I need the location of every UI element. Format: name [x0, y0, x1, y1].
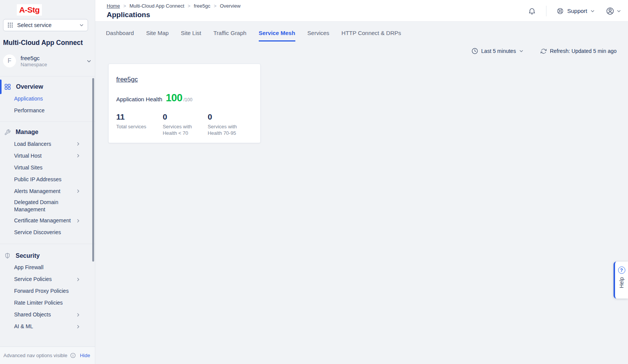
- chevron-right-icon: [76, 142, 80, 146]
- tab-site-map[interactable]: Site Map: [146, 30, 168, 42]
- wrench-icon: [4, 129, 11, 136]
- sidebar-nav: Overview Applications Performance Manage…: [0, 76, 95, 338]
- sidebar-item-shared-objects[interactable]: Shared Objects: [0, 309, 95, 321]
- sidebar-item-public-ip-addresses[interactable]: Public IP Addresses: [0, 174, 95, 185]
- sidebar-item-virtual-sites[interactable]: Virtual Sites: [0, 162, 95, 173]
- header-actions: Support: [528, 0, 621, 22]
- refresh-icon: [540, 48, 547, 54]
- advanced-nav-label: Advanced nav options visible: [3, 353, 67, 358]
- brand-logo[interactable]: A-Stg: [17, 4, 42, 16]
- nav-heading-security[interactable]: Security: [0, 250, 95, 262]
- apps-grid-icon: [7, 22, 13, 28]
- nav-section-overview: Overview Applications Performance: [0, 77, 95, 121]
- chevron-down-icon: [519, 49, 524, 53]
- nav-heading-manage[interactable]: Manage: [0, 126, 95, 138]
- nav-section-security: Security App Firewall Service Policies F…: [0, 244, 95, 338]
- user-account-menu[interactable]: [606, 6, 621, 16]
- breadcrumb-home[interactable]: Home: [107, 3, 120, 9]
- service-selector-dropdown[interactable]: Select service: [3, 19, 88, 31]
- support-menu[interactable]: Support: [556, 7, 595, 15]
- help-panel-tab[interactable]: ? Help: [614, 262, 628, 299]
- sidebar-item-rate-limiter-policies[interactable]: Rate Limiter Policies: [0, 297, 95, 309]
- breadcrumb-free5gc[interactable]: free5gc: [194, 3, 210, 9]
- service-selector-label: Select service: [17, 22, 75, 28]
- support-label: Support: [567, 8, 587, 14]
- shield-icon: [4, 252, 11, 259]
- chevron-right-icon: [76, 313, 80, 317]
- namespace-name: free5gc: [21, 55, 82, 62]
- tab-dashboard[interactable]: Dashboard: [106, 30, 134, 42]
- chevron-right-icon: [76, 277, 80, 282]
- application-health-label: Application Health: [116, 96, 162, 102]
- help-question-icon: ?: [618, 267, 625, 274]
- nav-heading-label: Overview: [16, 83, 43, 90]
- sidebar-footer: Advanced nav options visible Hide: [0, 346, 95, 364]
- sidebar: A-Stg Select service Multi-Cloud App Con…: [0, 0, 95, 364]
- grid-icon: [4, 83, 11, 90]
- refresh-button[interactable]: Refresh: Updated 5 min ago: [540, 48, 617, 54]
- refresh-status-label: Refresh: Updated 5 min ago: [550, 48, 617, 54]
- namespace-avatar: F: [3, 54, 16, 67]
- brand-logo-text: A-Stg: [19, 5, 40, 14]
- breadcrumb-separator: >: [123, 3, 126, 9]
- nav-heading-label: Security: [16, 252, 40, 259]
- notifications-bell-icon[interactable]: [528, 7, 536, 15]
- sidebar-item-load-balancers[interactable]: Load Balancers: [0, 138, 95, 150]
- chevron-down-icon: [87, 59, 91, 64]
- header-divider: [546, 6, 546, 16]
- breadcrumb-multi-cloud-app-connect[interactable]: Multi-Cloud App Connect: [130, 3, 184, 9]
- stat-total-services: 11 Total services: [116, 112, 163, 136]
- tab-services[interactable]: Services: [308, 30, 330, 42]
- breadcrumb-separator: >: [188, 3, 191, 9]
- tab-bar: Dashboard Site Map Site List Traffic Gra…: [95, 22, 628, 42]
- tab-service-mesh[interactable]: Service Mesh: [259, 30, 295, 42]
- view-controls: Last 5 minutes Refresh: Updated 5 min ag…: [95, 48, 628, 54]
- tab-site-list[interactable]: Site List: [181, 30, 201, 42]
- tab-traffic-graph[interactable]: Traffic Graph: [213, 30, 247, 42]
- sidebar-scrollbar[interactable]: [92, 78, 94, 262]
- nav-section-manage: Manage Load Balancers Virtual Host Virtu…: [0, 121, 95, 244]
- time-range-label: Last 5 minutes: [481, 48, 516, 54]
- user-avatar-icon: [606, 6, 615, 16]
- sidebar-item-forward-proxy-policies[interactable]: Forward Proxy Policies: [0, 286, 95, 297]
- application-health-card: free5gc Application Health 100 /100 11 T…: [108, 64, 261, 143]
- namespace-selector[interactable]: F free5gc Namespace: [3, 53, 91, 69]
- hide-advanced-nav-link[interactable]: Hide: [80, 353, 90, 358]
- help-label: Help: [618, 277, 625, 288]
- namespace-type-label: Namespace: [21, 62, 82, 67]
- sidebar-item-virtual-host[interactable]: Virtual Host: [0, 150, 95, 161]
- sidebar-item-alerts-management[interactable]: Alerts Management: [0, 185, 95, 197]
- application-health-denominator: /100: [183, 97, 192, 102]
- chevron-down-icon: [79, 23, 84, 27]
- nav-heading-label: Manage: [16, 129, 38, 136]
- sidebar-item-delegated-domain-management[interactable]: Delegated Domain Management: [0, 197, 95, 215]
- chevron-down-icon: [617, 9, 621, 13]
- clock-icon: [471, 48, 478, 54]
- sidebar-item-certificate-management[interactable]: Certificate Management: [0, 215, 95, 227]
- chevron-right-icon: [76, 219, 80, 223]
- sidebar-item-service-policies[interactable]: Service Policies: [0, 274, 95, 285]
- sidebar-item-app-firewall[interactable]: App Firewall: [0, 262, 95, 273]
- stat-services-health-70-95: 0 Services with Health 70-95: [208, 112, 253, 136]
- chevron-right-icon: [76, 189, 80, 193]
- chevron-down-icon: [590, 9, 595, 13]
- nav-heading-overview[interactable]: Overview: [0, 81, 95, 93]
- sidebar-item-applications[interactable]: Applications: [0, 93, 95, 104]
- product-title: Multi-Cloud App Connect: [3, 39, 83, 47]
- chevron-right-icon: [76, 153, 80, 158]
- info-icon: [70, 353, 76, 358]
- application-health-value: 100: [166, 92, 183, 104]
- sidebar-item-performance[interactable]: Performance: [0, 105, 95, 116]
- breadcrumb-overview: Overview: [220, 3, 240, 9]
- sidebar-item-service-discoveries[interactable]: Service Discoveries: [0, 227, 95, 238]
- application-name-link[interactable]: free5gc: [116, 76, 138, 83]
- stat-services-health-below-70: 0 Services with Health < 70: [163, 112, 208, 136]
- tab-http-connect-drps[interactable]: HTTP Connect & DRPs: [341, 30, 401, 42]
- time-range-dropdown[interactable]: Last 5 minutes: [471, 48, 524, 54]
- main-area: Home > Multi-Cloud App Connect > free5gc…: [95, 0, 628, 364]
- chevron-right-icon: [76, 324, 80, 329]
- breadcrumb-separator: >: [214, 3, 216, 9]
- sidebar-item-ai-ml[interactable]: AI & ML: [0, 321, 95, 332]
- top-header: Home > Multi-Cloud App Connect > free5gc…: [95, 0, 628, 22]
- support-lifebuoy-icon: [556, 7, 564, 15]
